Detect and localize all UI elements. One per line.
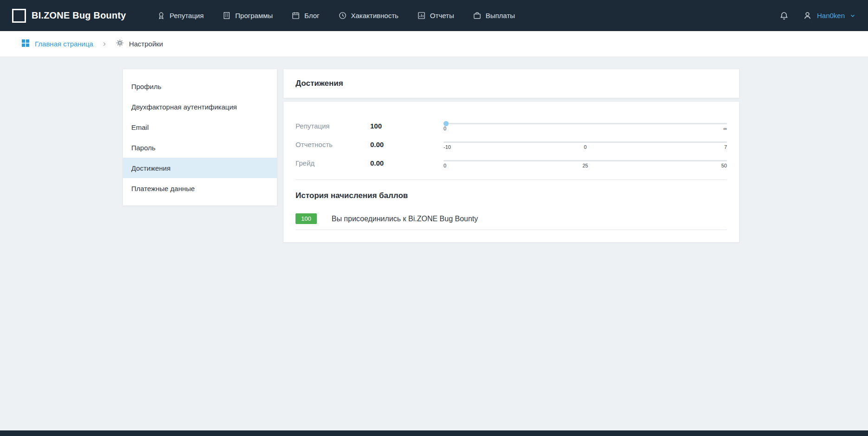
nav-item-label: Отчеты bbox=[430, 12, 454, 19]
menu-item-achievements[interactable]: Достижения bbox=[123, 158, 277, 178]
history-entry: 100 Вы присоединились к Bi.ZONE Bug Boun… bbox=[296, 213, 727, 230]
user-icon bbox=[803, 11, 812, 20]
programs-icon bbox=[222, 11, 231, 20]
user-menu[interactable]: Han0ken bbox=[803, 11, 856, 20]
footer-strip bbox=[0, 430, 868, 436]
achievements-panel: Достижения Репутация 100 0 ∞ Отчетность … bbox=[283, 69, 739, 243]
nav-item-label: Хакактивность bbox=[351, 12, 399, 19]
brand[interactable]: BI.ZONE Bug Bounty bbox=[12, 9, 126, 23]
blog-calendar-icon bbox=[291, 11, 300, 20]
nav-item-label: Программы bbox=[235, 12, 273, 19]
metric-label: Грейд bbox=[296, 159, 370, 167]
top-navbar: BI.ZONE Bug Bounty Репутация Программы Б… bbox=[0, 0, 868, 31]
breadcrumb-chevron-icon bbox=[102, 41, 107, 47]
chevron-down-icon bbox=[849, 13, 856, 19]
slider-track bbox=[444, 160, 727, 161]
metric-row-accountability: Отчетность 0.00 -10 0 7 bbox=[296, 135, 727, 154]
grade-slider: 0 25 50 bbox=[444, 157, 727, 169]
username: Han0ken bbox=[817, 12, 845, 19]
navbar-right: Han0ken bbox=[779, 11, 856, 20]
accountability-slider: -10 0 7 bbox=[444, 138, 727, 150]
menu-item-payment-data[interactable]: Платежные данные bbox=[123, 178, 277, 199]
menu-item-label: Достижения bbox=[131, 164, 171, 172]
nav-item-hacktivity[interactable]: Хакактивность bbox=[338, 11, 399, 20]
scale-min: 0 bbox=[444, 163, 446, 168]
panel-title: Достижения bbox=[296, 79, 343, 88]
history-title: История начисления баллов bbox=[296, 191, 727, 200]
brand-name: BI.ZONE Bug Bounty bbox=[32, 10, 126, 21]
menu-item-label: Двухфакторная аутентификация bbox=[131, 103, 237, 111]
breadcrumb-home-label: Главная страница bbox=[35, 40, 93, 48]
nav-item-payments[interactable]: Выплаты bbox=[473, 11, 515, 20]
gear-icon bbox=[116, 38, 124, 49]
menu-item-password[interactable]: Пароль bbox=[123, 137, 277, 158]
menu-item-two-factor[interactable]: Двухфакторная аутентификация bbox=[123, 96, 277, 117]
reputation-icon bbox=[157, 11, 166, 20]
metric-value: 100 bbox=[370, 122, 444, 130]
menu-item-label: Пароль bbox=[131, 144, 155, 152]
bizone-logo-icon bbox=[12, 9, 26, 23]
scale-min: -10 bbox=[444, 144, 451, 150]
breadcrumb-current: Настройки bbox=[116, 38, 163, 49]
reports-chart-icon bbox=[417, 11, 426, 20]
breadcrumb: Главная страница Настройки bbox=[0, 31, 868, 57]
menu-item-email[interactable]: Email bbox=[123, 117, 277, 137]
main-nav: Репутация Программы Блог Хакактивность О… bbox=[157, 11, 515, 20]
nav-item-programs[interactable]: Программы bbox=[222, 11, 273, 20]
panel-body: Репутация 100 0 ∞ Отчетность 0.00 -10 0 … bbox=[283, 101, 739, 243]
scale-mid: 0 bbox=[584, 144, 586, 150]
metric-row-grade: Грейд 0.00 0 25 50 bbox=[296, 154, 727, 172]
metric-label: Репутация bbox=[296, 122, 370, 130]
nav-item-label: Выплаты bbox=[486, 12, 515, 19]
notifications-bell-icon[interactable] bbox=[779, 11, 789, 20]
nav-item-blog[interactable]: Блог bbox=[291, 11, 319, 20]
menu-item-label: Email bbox=[131, 123, 149, 131]
breadcrumb-home-link[interactable]: Главная страница bbox=[21, 38, 93, 50]
reputation-slider: 0 ∞ bbox=[444, 120, 727, 132]
history-entry-text: Вы присоединились к Bi.ZONE Bug Bounty bbox=[332, 215, 478, 223]
scale-max: ∞ bbox=[723, 126, 727, 131]
payments-briefcase-icon bbox=[473, 11, 482, 20]
metric-label: Отчетность bbox=[296, 141, 370, 148]
points-badge: 100 bbox=[296, 213, 317, 224]
dashboard-grid-icon bbox=[21, 38, 30, 50]
nav-item-reputation[interactable]: Репутация bbox=[157, 11, 204, 20]
slider-track bbox=[444, 141, 727, 143]
scale-max: 7 bbox=[724, 144, 727, 150]
menu-item-profile[interactable]: Профиль bbox=[123, 76, 277, 96]
nav-item-label: Репутация bbox=[170, 12, 204, 19]
slider-track bbox=[444, 123, 727, 124]
metric-row-reputation: Репутация 100 0 ∞ bbox=[296, 116, 727, 135]
metric-value: 0.00 bbox=[370, 159, 444, 167]
nav-item-label: Блог bbox=[304, 12, 319, 19]
menu-item-label: Платежные данные bbox=[131, 185, 195, 192]
main-content: Профиль Двухфакторная аутентификация Ema… bbox=[0, 57, 868, 243]
breadcrumb-current-label: Настройки bbox=[129, 40, 163, 48]
hacktivity-clock-icon bbox=[338, 11, 347, 20]
section-divider bbox=[296, 180, 727, 180]
scale-mid: 25 bbox=[582, 163, 588, 168]
metric-value: 0.00 bbox=[370, 141, 444, 148]
settings-menu: Профиль Двухфакторная аутентификация Ema… bbox=[122, 69, 277, 206]
menu-item-label: Профиль bbox=[131, 83, 161, 90]
scale-max: 50 bbox=[721, 163, 727, 168]
panel-header: Достижения bbox=[283, 69, 739, 98]
scale-min: 0 bbox=[444, 126, 446, 131]
nav-item-reports[interactable]: Отчеты bbox=[417, 11, 454, 20]
